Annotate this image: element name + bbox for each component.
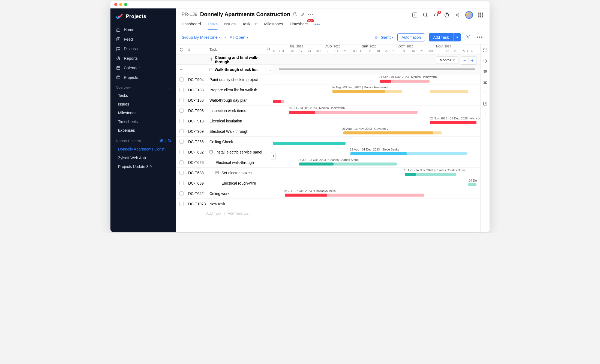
tab-dashboard[interactable]: Dashboard [182,20,201,30]
gantt-bar[interactable] [315,111,418,114]
row-checkbox[interactable] [179,129,184,133]
row-checkbox[interactable] [179,119,184,123]
row-checkbox[interactable] [179,160,184,164]
tab-milestones[interactable]: Milestones [264,20,283,30]
recent-project-item[interactable]: Zylsoft Web App [110,154,176,162]
gantt-bar[interactable] [385,90,402,93]
gantt-bar[interactable] [407,152,467,155]
column-header-id[interactable]: # [187,47,208,52]
gantt-bar[interactable] [327,194,424,197]
row-checkbox[interactable] [179,150,184,154]
gantt-bar[interactable] [334,163,397,166]
gantt-bar[interactable] [405,173,416,176]
search-icon[interactable] [423,12,428,18]
apps-grid-icon[interactable] [478,12,484,18]
gantt-bar[interactable] [343,131,433,134]
gantt-bar[interactable] [289,111,315,114]
gantt-bar[interactable] [380,80,391,83]
table-row[interactable]: DC-T186Walk-through day plan [176,95,273,106]
table-row[interactable]: DC-T1073New task [176,199,273,209]
gantt-bar[interactable] [299,163,334,166]
minimize-window-icon[interactable] [119,3,122,6]
add-task-dropdown[interactable]: ▾ [453,33,461,41]
add-task-button[interactable]: Add Task [429,33,453,41]
add-icon[interactable] [412,12,418,18]
sort-icon[interactable]: ↓ [269,67,271,72]
collapse-icon[interactable] [176,68,187,71]
zoom-in-button[interactable]: + [469,57,476,64]
row-checkbox[interactable] [179,88,184,92]
close-window-icon[interactable] [114,3,117,6]
nav-item-feed[interactable]: Feed [110,34,176,44]
timescale-dropdown[interactable]: Months ▾ [436,56,458,64]
gantt-bar[interactable] [285,194,327,197]
gantt-bar[interactable] [430,90,468,93]
automation-button[interactable]: Automation [397,33,425,41]
nav-item-calendar[interactable]: Calendar [110,63,176,73]
kebab-icon[interactable]: ⋮ [483,112,487,117]
sidebar-item-issues[interactable]: Issues [110,100,176,109]
row-checkbox[interactable] [179,140,184,144]
table-row[interactable]: DC-T632Install electric service panel [176,147,273,157]
tasklist-row[interactable]: Walk-through check list ↓ [176,65,273,74]
column-header-task[interactable]: Task [209,47,217,52]
collapse-panel-icon[interactable]: ‹ [271,152,276,160]
tab-issues[interactable]: Issues [224,20,236,30]
gantt-bar[interactable] [350,152,407,155]
nav-item-home[interactable]: Home [110,25,176,34]
table-row[interactable]: DC-T639Electrical rough-wire [176,178,273,188]
nav-item-projects[interactable]: Projects [110,73,176,82]
add-task-inline[interactable]: Add Task [206,211,221,215]
brand[interactable]: Projects [110,8,176,25]
gantt-bar[interactable] [273,100,281,103]
tabs-more-icon[interactable]: ••• [314,20,320,30]
sidebar-item-timesheets[interactable]: Timesheets [110,117,176,126]
align-icon[interactable] [483,80,487,85]
critical-path-icon[interactable] [483,91,487,96]
recent-project-item[interactable]: Projects Update 8.0 [110,162,176,171]
table-row[interactable]: DC-T638Set electric boxes [176,168,273,178]
gear-icon[interactable] [455,12,460,18]
table-row[interactable]: DC-T626Electrical walk-through [176,157,273,168]
sliders-icon[interactable] [483,70,487,75]
table-row[interactable]: DC-T183Prepare client list for walk th [176,85,273,95]
sidebar-item-expenses[interactable]: Expenses [110,126,176,135]
alarm-icon[interactable] [267,47,271,52]
nav-item-discuss[interactable]: Discuss [110,44,176,53]
undo-icon[interactable] [483,59,487,64]
row-checkbox[interactable] [179,191,184,195]
gantt-bar[interactable] [416,173,456,176]
zoom-out-button[interactable]: − [461,57,469,64]
gantt-bar[interactable] [281,100,284,103]
gantt-bar[interactable] [433,131,442,134]
gantt-bar[interactable] [430,121,476,124]
group-by-dropdown[interactable]: Group By Milestone ▾ [182,35,221,40]
brush-icon[interactable] [300,12,305,17]
row-checkbox[interactable] [179,202,184,206]
add-tasklist-inline[interactable]: Add Task List [228,211,250,215]
milestone-row[interactable]: Cleaning and final walk-through [176,55,273,65]
sidebar-item-milestones[interactable]: Milestones [110,109,176,117]
more-icon[interactable]: ••• [308,12,314,17]
table-row[interactable]: DC-T903Inspection work items [176,106,273,116]
filter-dropdown[interactable]: All Open ▾ [230,35,248,40]
external-link-icon[interactable] [483,101,487,107]
fullscreen-icon[interactable] [483,48,487,53]
timer-icon[interactable] [444,12,449,18]
view-switcher[interactable]: Gantt ▾ [375,35,394,40]
settings-icon[interactable] [159,139,163,143]
gantt-bar[interactable] [273,142,346,145]
row-checkbox[interactable] [179,181,184,185]
info-icon[interactable] [293,12,298,17]
row-checkbox[interactable] [179,171,184,175]
bell-icon[interactable]: 9 [433,12,439,18]
gantt-bar[interactable] [391,80,430,83]
row-checkbox[interactable] [179,77,184,82]
gantt-bar[interactable] [332,90,385,93]
tab-timesheet[interactable]: Timesheet99+ [290,20,308,30]
row-checkbox[interactable] [179,109,184,113]
recent-project-item[interactable]: Donnelly Apartments Const [110,145,176,154]
table-row[interactable]: DC-T642Celing work [176,188,273,199]
sidebar-item-tasks[interactable]: Tasks [110,91,176,100]
table-row[interactable]: DC-T266Ceiling Check [176,137,273,147]
